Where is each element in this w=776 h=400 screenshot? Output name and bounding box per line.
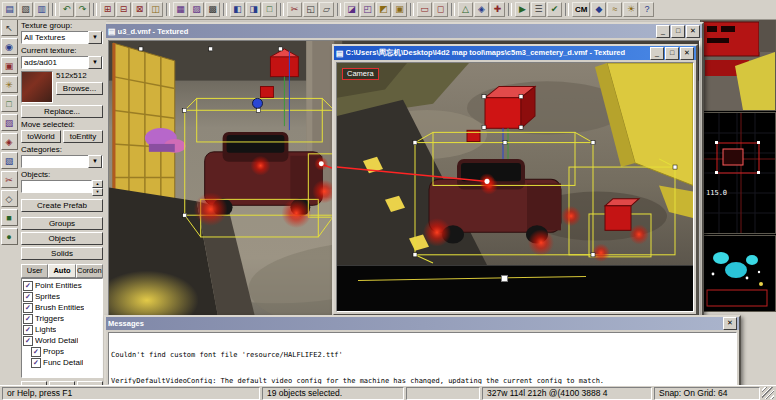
viewport-2d-side[interactable]: 115.0 xyxy=(700,112,776,234)
checkbox-checked-icon[interactable]: ✓ xyxy=(31,347,41,357)
make-hollow-icon[interactable]: ◰ xyxy=(360,2,375,17)
prefab-cube-icon[interactable]: ■ xyxy=(1,209,18,226)
checkbox-checked-icon[interactable]: ✓ xyxy=(23,314,33,324)
grid-smaller-icon[interactable]: ⊟ xyxy=(116,2,131,17)
texture-application-tool-icon[interactable]: ▨ xyxy=(1,114,18,131)
cm-toggle-button[interactable]: CM xyxy=(572,2,590,17)
snap-to-grid-icon[interactable]: ◫ xyxy=(148,2,163,17)
magnify-tool-icon[interactable]: ◉ xyxy=(1,38,18,55)
paste-icon[interactable]: ▱ xyxy=(319,2,334,17)
messages-titlebar[interactable]: Messages ✕ xyxy=(106,317,739,330)
to-entity-button[interactable]: toEntity xyxy=(63,130,103,143)
grid-larger-icon[interactable]: ⊠ xyxy=(132,2,147,17)
select-groups-button[interactable]: Groups xyxy=(21,217,103,230)
open-file-icon[interactable]: ▧ xyxy=(18,2,33,17)
minimize-button[interactable]: _ xyxy=(650,47,664,60)
chevron-down-icon[interactable]: ▼ xyxy=(88,31,102,44)
visgroup-item[interactable]: ✓Brush Entities xyxy=(23,302,101,313)
entity-tool-icon[interactable]: ✳ xyxy=(1,76,18,93)
selection-handle[interactable] xyxy=(501,275,508,282)
close-button[interactable]: ✕ xyxy=(680,47,694,60)
create-prefab-button[interactable]: Create Prefab xyxy=(21,199,103,212)
close-icon[interactable]: ✕ xyxy=(723,317,737,330)
block-tool-icon[interactable]: □ xyxy=(1,95,18,112)
browse-button[interactable]: Browse... xyxy=(56,82,103,95)
hide-unselected-icon[interactable]: ◨ xyxy=(246,2,261,17)
run-map-icon[interactable]: ▶ xyxy=(515,2,530,17)
select-solids-button[interactable]: Solids xyxy=(21,247,103,260)
to-world-button[interactable]: toWorld xyxy=(21,130,61,143)
spinner-down-icon[interactable]: ▼ xyxy=(92,188,103,196)
entity-report-icon[interactable]: ☰ xyxy=(531,2,546,17)
select-touching-icon[interactable]: ◩ xyxy=(376,2,391,17)
apply-current-texture-icon[interactable]: ✚ xyxy=(490,2,505,17)
visgroup-list[interactable]: ✓Point Entities ✓Sprites ✓Brush Entities… xyxy=(21,278,103,378)
save-icon[interactable]: ▥ xyxy=(34,2,49,17)
visgroup-item[interactable]: ✓Point Entities xyxy=(23,280,101,291)
checkbox-checked-icon[interactable]: ✓ xyxy=(23,281,33,291)
main-window-titlebar[interactable]: ▤ u3_d.vmf - Textured _ □ ✕ xyxy=(106,24,702,38)
viewport-2d-front[interactable] xyxy=(700,235,776,312)
objects-input[interactable] xyxy=(21,180,92,193)
objects-spinner[interactable]: ▲ ▼ xyxy=(92,180,103,196)
close-button[interactable]: ✕ xyxy=(686,25,700,38)
visgroup-item[interactable]: ✓Props xyxy=(23,346,101,357)
redo-icon[interactable]: ↷ xyxy=(75,2,90,17)
checkbox-checked-icon[interactable]: ✓ xyxy=(23,303,33,313)
console-output[interactable]: Couldn't find custom font file 'resource… xyxy=(108,332,737,385)
chevron-down-icon[interactable]: ▼ xyxy=(88,155,102,168)
visgroup-item[interactable]: ✓Sprites xyxy=(23,291,101,302)
visgroup-item[interactable]: ✓Func Detail xyxy=(23,357,101,368)
clipping-tool-icon[interactable]: ✂ xyxy=(1,171,18,188)
checkbox-checked-icon[interactable]: ✓ xyxy=(23,292,33,302)
hide-selected-icon[interactable]: ◧ xyxy=(230,2,245,17)
undo-icon[interactable]: ↶ xyxy=(59,2,74,17)
checkbox-checked-icon[interactable]: ✓ xyxy=(23,325,33,335)
current-texture-select[interactable]: ads/ad01 ▼ xyxy=(21,56,103,69)
help-icon[interactable]: ? xyxy=(639,2,654,17)
visgroup-item[interactable]: ✓Triggers xyxy=(23,313,101,324)
camera-tool-icon[interactable]: ▣ xyxy=(1,57,18,74)
light-preview-icon[interactable]: ☀ xyxy=(623,2,638,17)
map-window-floating[interactable]: ▤ C:\Users\周忘机\Desktop\l4d2 map tool\map… xyxy=(332,44,698,316)
spinner-up-icon[interactable]: ▲ xyxy=(92,180,103,188)
copy-icon[interactable]: ◱ xyxy=(303,2,318,17)
replace-button[interactable]: Replace... xyxy=(21,105,103,118)
resize-grip[interactable] xyxy=(762,387,774,399)
categories-select[interactable]: ▼ xyxy=(21,155,103,168)
ignore-groups-icon[interactable]: ▩ xyxy=(205,2,220,17)
select-inside-icon[interactable]: ▣ xyxy=(392,2,407,17)
messages-window[interactable]: Messages ✕ Couldn't find custom font fil… xyxy=(104,315,741,389)
viewport-2d-bottom[interactable] xyxy=(337,265,693,311)
texture-group-select[interactable]: All Textures ▼ xyxy=(21,31,103,44)
maximize-button[interactable]: □ xyxy=(665,47,679,60)
texture-lock-icon[interactable]: △ xyxy=(458,2,473,17)
visgroup-item[interactable]: ✓World Detail xyxy=(23,335,101,346)
cut-icon[interactable]: ✂ xyxy=(287,2,302,17)
floating-window-titlebar[interactable]: ▤ C:\Users\周忘机\Desktop\l4d2 map tool\map… xyxy=(334,46,696,60)
ungroup-icon[interactable]: ▨ xyxy=(189,2,204,17)
group-icon[interactable]: ▦ xyxy=(173,2,188,17)
cordon-tool-icon[interactable]: ▭ xyxy=(417,2,432,17)
maximize-button[interactable]: □ xyxy=(671,25,685,38)
sphere-primitive-icon[interactable]: ● xyxy=(1,228,18,245)
chevron-down-icon[interactable]: ▼ xyxy=(88,56,102,69)
overlay-tool-icon[interactable]: ▧ xyxy=(1,152,18,169)
texture-application-icon[interactable]: ◈ xyxy=(474,2,489,17)
minimize-button[interactable]: _ xyxy=(656,25,670,38)
checkbox-checked-icon[interactable]: ✓ xyxy=(23,336,33,346)
viewport-3d-camera[interactable]: Camera xyxy=(336,62,694,312)
model-browser-icon[interactable]: ◆ xyxy=(591,2,606,17)
vertex-tool-icon[interactable]: ◇ xyxy=(1,190,18,207)
checkbox-checked-icon[interactable]: ✓ xyxy=(31,358,41,368)
tab-cordon[interactable]: Cordon xyxy=(76,264,103,278)
decal-tool-icon[interactable]: ◈ xyxy=(1,133,18,150)
visgroup-item[interactable]: ✓Lights xyxy=(23,324,101,335)
carve-icon[interactable]: ◪ xyxy=(344,2,359,17)
displacement-mask-icon[interactable]: ≈ xyxy=(607,2,622,17)
cordon-edit-icon[interactable]: ◻ xyxy=(433,2,448,17)
viewport-label-camera[interactable]: Camera xyxy=(342,68,379,80)
toggle-grid-icon[interactable]: ⊞ xyxy=(100,2,115,17)
show-all-icon[interactable]: □ xyxy=(262,2,277,17)
select-objects-button[interactable]: Objects xyxy=(21,232,103,245)
